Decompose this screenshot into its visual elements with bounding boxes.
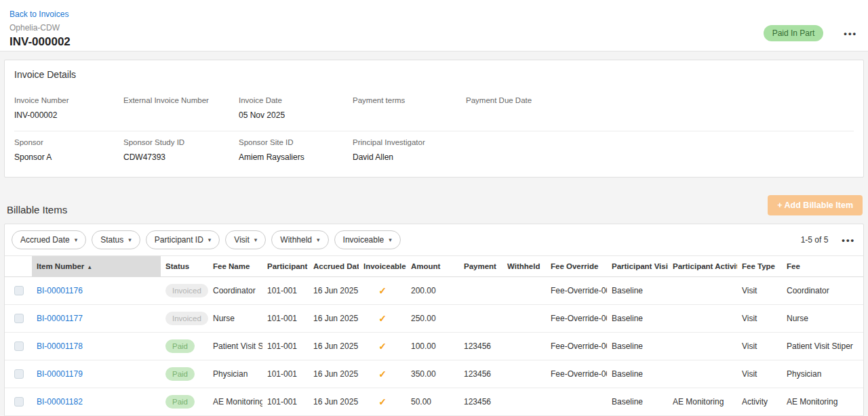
invoice-details-title: Invoice Details <box>14 69 854 80</box>
field-value <box>466 110 847 120</box>
filter-label: Participant ID <box>155 235 203 245</box>
column-header-accrued-date[interactable]: Accrued Date <box>309 256 359 277</box>
item-number-link[interactable]: BI-00001179 <box>37 369 83 379</box>
field-value: Amiem Raysaliers <box>239 152 346 162</box>
cell-amount: 350.00 <box>406 360 459 388</box>
cell-fee-override: Fee-Override-0011 <box>546 305 607 333</box>
table-more-actions-icon[interactable]: ••• <box>842 236 855 245</box>
cell-participant: 101-001 <box>262 305 309 333</box>
cell-payment: 123456 <box>459 388 502 416</box>
cell-fee-type: Visit <box>737 305 782 333</box>
sort-ascending-icon: ▲ <box>87 264 92 270</box>
cell-amount: 50.00 <box>406 388 459 416</box>
cell-participant: 101-001 <box>262 277 309 305</box>
cell-amount: 200.00 <box>406 277 459 305</box>
column-header-fee[interactable]: Fee <box>782 256 863 277</box>
cell-accrued-date: 16 Jun 2025 <box>309 305 359 333</box>
row-checkbox[interactable] <box>14 286 24 295</box>
cell-fee-type: Activity <box>737 388 782 416</box>
cell-fee-type: Visit <box>737 277 782 305</box>
more-actions-icon[interactable]: ••• <box>844 29 857 38</box>
filter-visit[interactable]: Visit ▾ <box>225 230 266 249</box>
cell-payment <box>459 277 502 305</box>
row-status-badge: Paid <box>165 367 195 381</box>
filter-label: Withheld <box>280 235 312 245</box>
column-header-withheld[interactable]: Withheld <box>502 256 546 277</box>
invoiceable-check-icon: ✓ <box>378 285 387 296</box>
cell-participant-visit: Baseline <box>607 388 668 416</box>
cell-amount: 100.00 <box>406 333 459 360</box>
invoice-details-card: Invoice Details Invoice Number INV-00000… <box>4 60 864 178</box>
column-header-participant-visit[interactable]: Participant Visit <box>607 256 668 277</box>
cell-fee: Nurse <box>782 305 863 333</box>
column-header-fee-type[interactable]: Fee Type <box>737 256 782 277</box>
cell-fee-name: AE Monitoring <box>208 388 262 416</box>
billable-items-title: Billable Items <box>7 204 67 215</box>
cell-accrued-date: 16 Jun 2025 <box>309 360 359 388</box>
column-header-participant-activity[interactable]: Participant Activity <box>668 256 737 277</box>
column-header-invoiceable[interactable]: Invoiceable <box>359 256 406 277</box>
field-label: Sponsor Study ID <box>123 138 232 146</box>
cell-participant-activity: AE Monitoring <box>668 388 737 416</box>
item-number-link[interactable]: BI-00001182 <box>37 397 83 407</box>
table-row: BI-00001176 Invoiced Coordinator 101-001… <box>5 277 863 305</box>
back-to-invoices-link[interactable]: Back to Invoices <box>9 9 68 19</box>
invoiceable-check-icon: ✓ <box>378 341 387 352</box>
row-checkbox[interactable] <box>14 314 24 323</box>
filter-accrued-date[interactable]: Accrued Date ▾ <box>12 230 86 249</box>
cell-participant: 101-001 <box>262 388 309 416</box>
cell-withheld <box>502 305 546 333</box>
filter-bar: Accrued Date ▾ Status ▾ Participant ID ▾… <box>5 224 863 255</box>
item-number-link[interactable]: BI-00001177 <box>37 314 83 323</box>
item-number-link[interactable]: BI-00001176 <box>37 286 83 295</box>
cell-fee: Patient Visit Stiper <box>782 333 863 360</box>
cell-fee-override <box>546 388 607 416</box>
caret-down-icon: ▾ <box>75 236 78 243</box>
table-row: BI-00001179 Paid Physician 101-001 16 Ju… <box>5 360 863 388</box>
row-checkbox[interactable] <box>14 397 24 407</box>
row-status-badge: Paid <box>165 339 195 353</box>
row-status-badge: Paid <box>165 395 195 409</box>
cell-payment <box>459 305 502 333</box>
column-header-fee-name[interactable]: Fee Name <box>208 256 262 277</box>
billable-items-table: Item Number▲ Status Fee Name Participant… <box>5 255 863 416</box>
field-value: David Allen <box>353 152 459 162</box>
field-label: Payment Due Date <box>466 96 847 104</box>
column-header-status[interactable]: Status <box>161 256 208 277</box>
cell-participant-activity <box>668 277 737 305</box>
row-checkbox[interactable] <box>14 369 24 379</box>
row-checkbox[interactable] <box>14 341 24 351</box>
item-number-link[interactable]: BI-00001178 <box>37 341 83 351</box>
invoiceable-check-icon: ✓ <box>378 396 387 407</box>
filter-label: Accrued Date <box>20 235 70 245</box>
column-header-fee-override[interactable]: Fee Override <box>546 256 607 277</box>
filter-participant-id[interactable]: Participant ID ▾ <box>146 230 220 249</box>
cell-fee: Physician <box>782 360 863 388</box>
pagination-range: 1-5 of 5 <box>801 235 829 245</box>
cell-fee-type: Visit <box>737 333 782 360</box>
column-header-amount[interactable]: Amount <box>406 256 459 277</box>
add-billable-item-button[interactable]: + Add Billable Item <box>768 195 863 215</box>
page-header: Back to Invoices Ophelia-CDW INV-000002 … <box>0 0 868 51</box>
column-header-item-number[interactable]: Item Number▲ <box>32 256 161 277</box>
filter-status[interactable]: Status ▾ <box>92 230 140 249</box>
cell-fee-override: Fee-Override-0011 <box>546 360 607 388</box>
column-header-payment[interactable]: Payment <box>459 256 502 277</box>
cell-participant-visit: Baseline <box>607 360 668 388</box>
column-header-participant[interactable]: Participant <box>262 256 309 277</box>
field-value <box>123 110 232 120</box>
field-label: Principal Investigator <box>353 138 459 146</box>
field-value: Sponsor A <box>14 152 117 162</box>
filter-withheld[interactable]: Withheld ▾ <box>271 230 328 249</box>
cell-fee-type: Visit <box>737 360 782 388</box>
table-header-row: Item Number▲ Status Fee Name Participant… <box>5 256 863 277</box>
cell-participant: 101-001 <box>262 360 309 388</box>
cell-fee-name: Patient Visit Stipend <box>208 333 262 360</box>
cell-fee: Coordinator <box>782 277 863 305</box>
filter-invoiceable[interactable]: Invoiceable ▾ <box>334 230 401 249</box>
cell-participant-activity <box>668 333 737 360</box>
billable-items-header: Billable Items + Add Billable Item <box>4 195 864 215</box>
field-label: External Invoice Number <box>123 96 232 104</box>
cell-withheld <box>502 388 546 416</box>
cell-participant: 101-001 <box>262 333 309 360</box>
